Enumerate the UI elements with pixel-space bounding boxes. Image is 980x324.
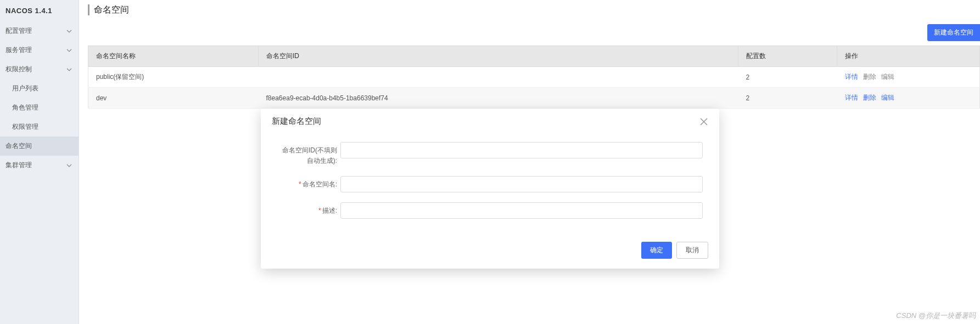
dialog-footer: 确定 取消 [261,242,719,269]
nav-role-mgmt[interactable]: 角色管理 [0,98,79,117]
cell-count: 2 [738,67,837,88]
page-title: 命名空间 [88,4,129,15]
cell-id [259,67,738,88]
page-header: 命名空间 [79,0,980,20]
action-delete: 删除 [863,73,876,81]
col-id: 命名空间ID [259,46,738,67]
ok-button[interactable]: 确定 [641,242,672,259]
input-namespace-id[interactable] [340,142,703,158]
toolbar: 新建命名空间 [79,20,980,46]
dialog-header: 新建命名空间 [261,109,719,133]
cell-count: 2 [738,88,837,109]
cell-name: public(保留空间) [88,67,259,88]
action-edit: 编辑 [881,73,894,81]
nav-label: 用户列表 [12,84,38,93]
input-namespace-name[interactable] [340,176,703,192]
nav-user-list[interactable]: 用户列表 [0,79,79,98]
action-delete[interactable]: 删除 [863,94,876,101]
action-edit[interactable]: 编辑 [881,94,894,101]
field-namespace-id: 命名空间ID(不填则自动生成): [277,142,703,166]
table-row: public(保留空间) 2 详情 删除 编辑 [88,67,980,88]
nav-label: 角色管理 [12,103,38,112]
table-row: dev f8ea6ea9-ecab-4d0a-b4b5-1ba6639bef74… [88,88,980,109]
nav-perm-mgmt[interactable]: 权限管理 [0,117,79,137]
cell-actions: 详情 删除 编辑 [837,67,980,88]
create-namespace-button[interactable]: 新建命名空间 [927,24,980,41]
cell-id: f8ea6ea9-ecab-4d0a-b4b5-1ba6639bef74 [259,88,738,109]
nav-permission[interactable]: 权限控制 [0,60,79,79]
nav-label: 配置管理 [5,26,32,36]
col-actions: 操作 [837,46,980,67]
action-detail[interactable]: 详情 [845,94,858,101]
cell-name: dev [88,88,259,109]
nav-label: 权限控制 [5,65,32,74]
label-namespace-name: *命名空间名: [277,176,340,190]
nav: 配置管理 服务管理 权限控制 用户列表 角色管理 权限管理 命名空间 集群管理 [0,21,79,324]
namespace-table: 命名空间名称 命名空间ID 配置数 操作 public(保留空间) 2 详情 删… [88,46,980,109]
dialog-body: 命名空间ID(不填则自动生成): *命名空间名: *描述: [261,133,719,242]
create-namespace-dialog: 新建命名空间 命名空间ID(不填则自动生成): *命名空间名: *描述: 确定 … [261,109,719,269]
nav-cluster[interactable]: 集群管理 [0,156,79,175]
field-desc: *描述: [277,202,703,219]
nav-label: 集群管理 [5,161,32,170]
dialog-title: 新建命名空间 [272,116,321,127]
nav-label: 权限管理 [12,122,38,132]
field-namespace-name: *命名空间名: [277,176,703,192]
chevron-down-icon [66,163,72,168]
close-icon[interactable] [699,117,708,126]
chevron-down-icon [66,48,72,53]
nav-config[interactable]: 配置管理 [0,21,79,41]
sidebar: NACOS 1.4.1 配置管理 服务管理 权限控制 用户列表 角色管理 权限管… [0,0,79,324]
chevron-down-icon [66,67,72,72]
cancel-button[interactable]: 取消 [676,242,708,259]
action-detail[interactable]: 详情 [845,73,858,81]
app-logo: NACOS 1.4.1 [0,0,79,21]
nav-service[interactable]: 服务管理 [0,41,79,60]
label-namespace-id: 命名空间ID(不填则自动生成): [277,142,340,166]
cell-actions: 详情 删除 编辑 [837,88,980,109]
chevron-down-icon [66,29,72,34]
nav-label: 服务管理 [5,46,32,55]
col-count: 配置数 [738,46,837,67]
label-desc: *描述: [277,202,340,216]
col-name: 命名空间名称 [88,46,259,67]
nav-namespace[interactable]: 命名空间 [0,137,79,156]
input-desc[interactable] [340,202,703,219]
nav-label: 命名空间 [5,141,32,151]
